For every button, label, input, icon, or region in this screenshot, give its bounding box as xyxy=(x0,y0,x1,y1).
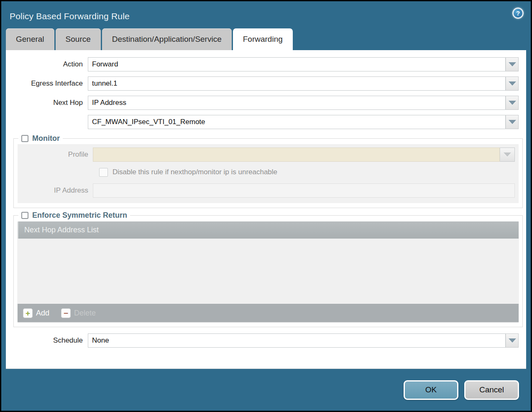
chevron-down-icon xyxy=(504,153,511,157)
delete-button-label: Delete xyxy=(74,309,96,318)
enforce-symmetric-return-section: Enforce Symmetric Return Next Hop Addres… xyxy=(13,211,523,327)
next-hop-address-table-toolbar: + Add − Delete xyxy=(18,304,519,322)
chevron-down-icon xyxy=(509,101,516,105)
next-hop-label: Next Hop xyxy=(6,99,88,107)
monitor-ip-label: IP Address xyxy=(18,186,93,195)
egress-interface-value-field[interactable]: tunnel.1 xyxy=(88,76,506,91)
forwarding-tab-panel: Action Forward Egress Interface tunnel.1… xyxy=(6,50,526,369)
next-hop-address-table: Next Hop Address List + Add − Delete xyxy=(18,221,519,322)
cancel-button[interactable]: Cancel xyxy=(464,380,519,400)
ok-button[interactable]: OK xyxy=(404,380,458,400)
action-dropdown-button[interactable] xyxy=(506,57,519,71)
egress-interface-label: Egress Interface xyxy=(6,79,88,88)
next-hop-row: Next Hop IP Address xyxy=(6,96,526,110)
profile-label: Profile xyxy=(18,150,93,159)
profile-row: Profile xyxy=(18,148,519,162)
monitor-legend: Monitor xyxy=(18,134,63,143)
add-button-label: Add xyxy=(36,309,49,318)
policy-based-forwarding-dialog: Policy Based Forwarding Rule ? General S… xyxy=(0,0,532,412)
next-hop-address-value-field[interactable]: CF_MWAN_IPsec_VTI_01_Remote xyxy=(88,115,506,129)
schedule-dropdown: None xyxy=(88,333,519,348)
next-hop-type-value-field[interactable]: IP Address xyxy=(88,96,506,110)
monitor-title: Monitor xyxy=(32,134,60,143)
disable-rule-checkbox xyxy=(99,168,108,177)
action-dropdown: Forward xyxy=(88,57,519,71)
disable-rule-label: Disable this rule if nexthop/monitor ip … xyxy=(113,168,277,176)
dialog-footer: OK Cancel xyxy=(1,369,531,411)
monitor-ip-field xyxy=(93,183,515,198)
tab-general[interactable]: General xyxy=(6,28,54,50)
next-hop-address-table-body xyxy=(18,239,519,304)
dialog-title: Policy Based Forwarding Rule xyxy=(1,1,531,28)
schedule-dropdown-button[interactable] xyxy=(506,333,519,348)
next-hop-address-row: CF_MWAN_IPsec_VTI_01_Remote xyxy=(6,115,526,129)
action-label: Action xyxy=(6,60,88,69)
egress-interface-dropdown-button[interactable] xyxy=(506,76,519,91)
disable-rule-row: Disable this rule if nexthop/monitor ip … xyxy=(99,167,519,178)
tab-source[interactable]: Source xyxy=(56,28,101,50)
chevron-down-icon xyxy=(509,120,516,124)
monitor-disabled-area: Profile Disable this rule if nexthop/mon… xyxy=(18,144,519,203)
egress-interface-dropdown: tunnel.1 xyxy=(88,76,519,91)
chevron-down-icon xyxy=(509,338,516,343)
delete-icon: − xyxy=(61,308,71,318)
monitor-checkbox[interactable] xyxy=(21,135,28,142)
add-icon: + xyxy=(23,308,33,318)
add-button[interactable]: + Add xyxy=(23,308,49,318)
next-hop-type-dropdown: IP Address xyxy=(88,96,519,110)
next-hop-address-dropdown-button[interactable] xyxy=(506,115,519,129)
delete-button: − Delete xyxy=(61,308,96,318)
chevron-down-icon xyxy=(509,62,516,66)
tab-bar: General Source Destination/Application/S… xyxy=(6,28,531,50)
egress-interface-row: Egress Interface tunnel.1 xyxy=(6,76,526,91)
action-row: Action Forward xyxy=(6,57,526,71)
tab-destination-application-service[interactable]: Destination/Application/Service xyxy=(102,28,232,50)
profile-dropdown-button xyxy=(500,148,515,162)
tab-forwarding[interactable]: Forwarding xyxy=(233,28,293,50)
profile-value-field xyxy=(93,148,500,162)
profile-dropdown xyxy=(93,148,515,162)
help-glyph: ? xyxy=(516,10,520,17)
next-hop-type-dropdown-button[interactable] xyxy=(506,96,519,110)
chevron-down-icon xyxy=(509,81,516,86)
action-value-field[interactable]: Forward xyxy=(88,57,506,71)
monitor-section: Monitor Profile Disable this rule if nex… xyxy=(13,134,523,208)
enforce-symmetric-return-title: Enforce Symmetric Return xyxy=(32,211,127,220)
schedule-value-field[interactable]: None xyxy=(88,333,506,348)
help-icon[interactable]: ? xyxy=(512,8,524,19)
schedule-row: Schedule None xyxy=(6,333,526,348)
enforce-symmetric-return-checkbox[interactable] xyxy=(21,212,28,219)
next-hop-address-table-header: Next Hop Address List xyxy=(18,221,519,239)
enforce-symmetric-return-legend: Enforce Symmetric Return xyxy=(18,211,130,220)
next-hop-address-dropdown: CF_MWAN_IPsec_VTI_01_Remote xyxy=(88,115,519,129)
schedule-label: Schedule xyxy=(6,336,88,345)
monitor-ip-row: IP Address xyxy=(18,183,519,198)
